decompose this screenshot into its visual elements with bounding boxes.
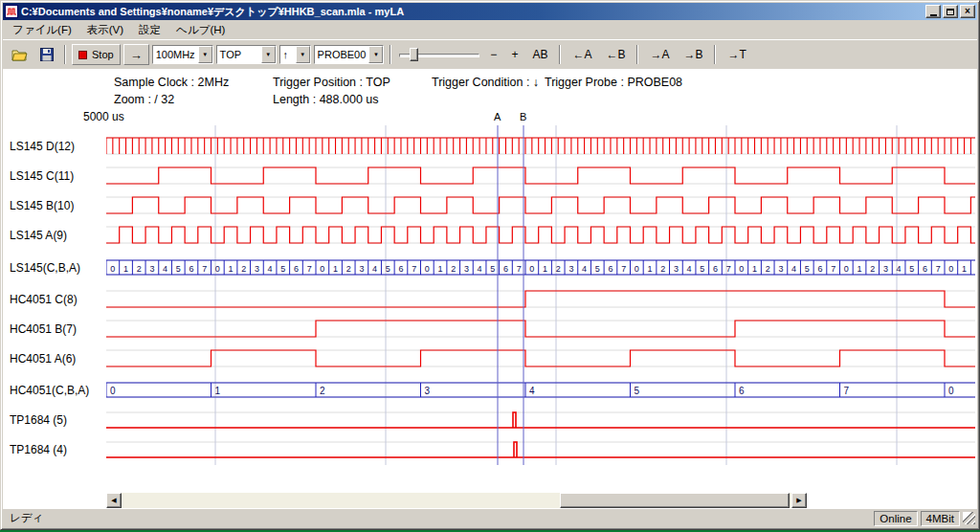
open-file-button[interactable]	[8, 44, 32, 65]
ab-cursor-button[interactable]: AB	[526, 44, 553, 65]
bus-value: 1	[438, 264, 443, 274]
chevron-down-icon[interactable]: ▼	[368, 46, 383, 63]
bus-value: 6	[923, 264, 927, 274]
bus-value: 2	[870, 264, 875, 274]
bus-value: 6	[739, 386, 745, 396]
bus-value: 1	[752, 264, 757, 274]
bus-value: 0	[844, 264, 849, 274]
channel-label: TP1684 (5)	[10, 413, 67, 427]
bus-value: 5	[490, 264, 495, 274]
trigger-condition-info: Trigger Condition : ↓	[432, 76, 539, 89]
bus-value: 2	[320, 386, 325, 396]
resize-grip[interactable]	[963, 512, 975, 524]
bus-value: 5	[805, 264, 810, 274]
run-button[interactable]: →	[123, 44, 149, 65]
save-file-button[interactable]	[34, 44, 58, 65]
bus-value: 3	[883, 264, 888, 274]
chevron-down-icon[interactable]: ▼	[261, 46, 276, 63]
app-icon	[5, 5, 18, 18]
channel-wave	[106, 350, 975, 366]
chevron-down-icon[interactable]: ▼	[296, 46, 310, 63]
jump-a-left-button[interactable]: ←A	[567, 44, 597, 65]
bus-value: 3	[568, 264, 573, 274]
cursor-label-B[interactable]: B	[520, 111, 526, 122]
bus-value: 7	[936, 264, 941, 274]
menu-file[interactable]: ファイル(F)	[5, 20, 79, 40]
bus-value: 4	[372, 264, 377, 274]
toolbar: Stop → 100MHz ▼ TOP ▼ ↑ ▼ PROBE00 ▼ − + …	[3, 39, 977, 69]
jump-trigger-button[interactable]: →T	[722, 44, 751, 65]
zoom-info: Zoom : / 32	[114, 93, 174, 106]
probe-select[interactable]: PROBE00 ▼	[314, 45, 385, 64]
sample-clock-info: Sample Clock : 2MHz	[114, 76, 229, 89]
horizontal-scrollbar[interactable]: ◀ ▶	[106, 493, 807, 508]
bus-value: 6	[608, 264, 612, 274]
menu-bar: ファイル(F) 表示(V) 設定 ヘルプ(H)	[3, 20, 977, 39]
zoom-out-button[interactable]: −	[484, 44, 502, 65]
channel-label: LS145 B(10)	[10, 199, 74, 212]
bus-value: 0	[320, 264, 324, 274]
bus-value: 0	[110, 264, 115, 274]
timebase-label: 5000 us	[83, 110, 124, 123]
bus-value: 0	[215, 264, 220, 274]
open-folder-icon	[11, 49, 28, 61]
chevron-down-icon[interactable]: ▼	[198, 46, 212, 63]
minimize-button[interactable]	[925, 5, 941, 18]
status-online-badge: Online	[874, 511, 917, 526]
channel-wave	[106, 138, 975, 154]
bus-value: 3	[778, 264, 783, 274]
sample-clock-select[interactable]: 100MHz ▼	[152, 45, 213, 64]
menu-view[interactable]: 表示(V)	[79, 20, 131, 40]
app-window: C:¥Documents and Settings¥noname¥デスクトップ¥…	[0, 0, 980, 530]
menu-settings[interactable]: 設定	[131, 20, 168, 40]
title-bar[interactable]: C:¥Documents and Settings¥noname¥デスクトップ¥…	[3, 3, 977, 20]
jump-b-right-button[interactable]: →B	[678, 44, 708, 65]
bus-value: 7	[726, 264, 731, 274]
scroll-left-button[interactable]: ◀	[106, 493, 122, 508]
trigger-position-select[interactable]: TOP ▼	[216, 45, 277, 64]
channel-label: LS145 A(9)	[10, 229, 67, 242]
bus-value: 7	[202, 264, 207, 274]
trigger-position-info: Trigger Position : TOP	[273, 76, 390, 89]
bus-value: 1	[648, 264, 653, 274]
bus-value: 4	[478, 264, 482, 274]
channel-label: LS145(C,B,A)	[10, 261, 80, 275]
stop-button[interactable]: Stop	[72, 44, 121, 65]
jump-a-right-button[interactable]: →A	[644, 44, 675, 65]
channel-wave	[106, 412, 975, 428]
scrollbar-thumb[interactable]	[560, 493, 790, 508]
bus-value: 7	[517, 264, 522, 274]
bus-value: 3	[464, 264, 469, 274]
channel-label: LS145 C(11)	[10, 169, 74, 183]
slider-thumb[interactable]	[410, 48, 418, 61]
close-button[interactable]: ×	[960, 5, 975, 18]
minimize-icon	[930, 14, 937, 16]
scrollbar-track[interactable]	[122, 493, 791, 508]
zoom-in-button[interactable]: +	[505, 44, 523, 65]
maximize-icon	[947, 9, 954, 15]
menu-help[interactable]: ヘルプ(H)	[168, 20, 233, 40]
bus-value: 1	[229, 264, 234, 274]
window-title: C:¥Documents and Settings¥noname¥デスクトップ¥…	[21, 5, 924, 19]
toolbar-separator	[714, 45, 716, 64]
waveform-svg[interactable]: 0123456701234567012345670123456701234567…	[106, 125, 975, 465]
maximize-button[interactable]	[943, 5, 958, 18]
trigger-edge-select[interactable]: ↑ ▼	[279, 45, 311, 64]
channel-label: LS145 D(12)	[10, 140, 75, 153]
zoom-slider[interactable]	[397, 45, 481, 64]
bus-value: 1	[962, 264, 967, 274]
bus-value: 4	[687, 264, 692, 274]
status-bar: レディ Online 4MBit	[3, 508, 977, 527]
bus-value: 7	[412, 264, 416, 274]
bus-value: 2	[241, 264, 246, 274]
stop-label: Stop	[92, 49, 114, 60]
bus-value: 6	[503, 264, 508, 274]
channel-wave	[106, 321, 975, 337]
cursor-label-A[interactable]: A	[494, 111, 501, 122]
bus-value: 5	[595, 264, 600, 274]
bus-value: 7	[844, 386, 850, 396]
scroll-right-button[interactable]: ▶	[791, 493, 807, 508]
bus-value: 0	[635, 264, 639, 274]
jump-b-left-button[interactable]: ←B	[600, 44, 631, 65]
bus-value: 2	[137, 264, 142, 274]
